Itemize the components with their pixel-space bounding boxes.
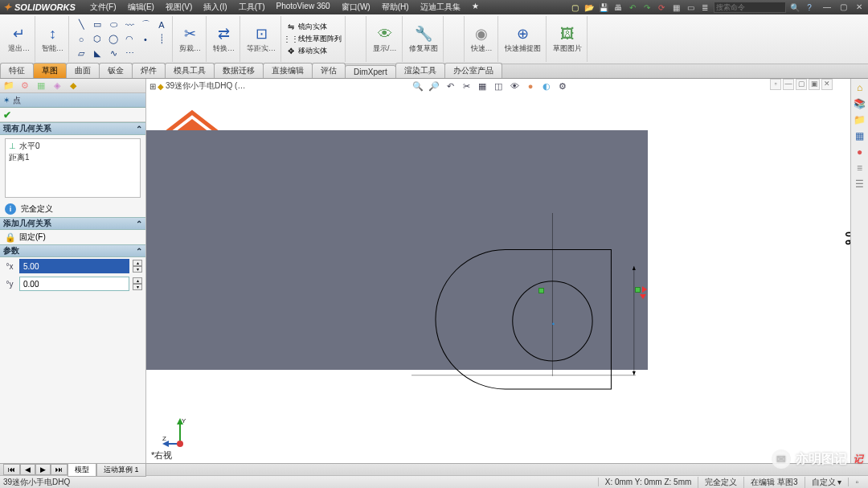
section-existing-relations[interactable]: 现有几何关系 ⌃ (0, 122, 145, 135)
document-tab[interactable]: ⊞ ◆ 39迷你小手电DHQ (… (149, 80, 245, 92)
rebuild-icon[interactable]: ⟳ (656, 2, 667, 13)
view-orient-icon[interactable]: ▦ (476, 80, 489, 92)
spin-down-icon[interactable]: ▾ (133, 266, 142, 273)
hide-show-icon[interactable]: 👁 (508, 80, 521, 92)
more-icon[interactable]: ≣ (699, 2, 710, 13)
trim-button[interactable]: ✂ 剪裁… (174, 16, 207, 62)
section-add-relations[interactable]: 添加几何关系 ⌃ (0, 217, 145, 230)
tab-sketch[interactable]: 草图 (33, 63, 67, 78)
open-icon[interactable]: 📂 (583, 2, 595, 13)
tab-render[interactable]: 渲染工具 (395, 63, 445, 78)
tab-weldment[interactable]: 焊件 (132, 63, 166, 78)
print-icon[interactable]: 🖶 (612, 2, 624, 13)
param-y-spinner[interactable]: ▴▾ (133, 277, 142, 290)
menu-maidi[interactable]: 迈迪工具集 (416, 2, 465, 13)
text-tool-icon[interactable]: A (154, 18, 169, 31)
screen-icon[interactable]: ▭ (685, 2, 696, 13)
smart-dimension-button[interactable]: ↕ 智能… (37, 16, 69, 62)
menu-star[interactable]: ★ (467, 2, 484, 13)
undo-icon[interactable]: ↶ (627, 2, 638, 13)
misc-tool-icon[interactable]: ⋯ (122, 47, 137, 60)
section-parameters[interactable]: 参数 ⌃ (0, 244, 145, 257)
config-manager-icon[interactable]: ▦ (34, 80, 48, 92)
tab-sheetmetal[interactable]: 钣金 (99, 63, 133, 78)
snap-button[interactable]: ⊕ 快速捕捉图 (500, 16, 547, 62)
maximize-icon[interactable]: ▢ (837, 2, 849, 12)
help-icon[interactable]: ? (804, 2, 815, 13)
param-x-input[interactable] (19, 259, 129, 273)
spin-up-icon[interactable]: ▴ (133, 277, 142, 284)
tab-datamigration[interactable]: 数据迁移 (214, 63, 264, 78)
line-tool-icon[interactable]: ╲ (74, 18, 88, 31)
file-explorer-icon[interactable]: 📁 (853, 113, 867, 127)
convert-button[interactable]: ⇄ 转换… (208, 16, 240, 62)
repair-button[interactable]: 🔧 修复草图 (404, 16, 444, 62)
save-icon[interactable]: 💾 (598, 2, 609, 13)
resources-icon[interactable]: ⌂ (853, 80, 867, 95)
curve-tool-icon[interactable]: ∿ (106, 47, 121, 60)
design-library-icon[interactable]: 📚 (853, 96, 867, 111)
chamfer-tool-icon[interactable]: ◣ (90, 47, 104, 60)
close-icon[interactable]: ✕ (854, 2, 865, 12)
spline-tool-icon[interactable]: 〰 (122, 18, 137, 31)
options-icon[interactable]: ▦ (670, 2, 682, 13)
move-button[interactable]: ✥移动实体 (286, 46, 342, 56)
display-button[interactable]: 👁 显示/… (368, 16, 403, 62)
status-unit-icon[interactable]: ▫ (848, 478, 865, 486)
status-custom[interactable]: 自定义 ▾ (805, 477, 849, 488)
view-palette-icon[interactable]: ▦ (853, 129, 867, 143)
feature-tree-icon[interactable]: 📁 (2, 80, 16, 92)
tab-model[interactable]: 模型 (68, 463, 96, 477)
redo-icon[interactable]: ↷ (641, 2, 653, 13)
slot-tool-icon[interactable]: ⬭ (106, 18, 121, 31)
fix-relation-button[interactable]: 🔒 固定(F) (0, 230, 145, 244)
centerline-tool-icon[interactable]: ┊ (154, 33, 169, 46)
custom-props-icon[interactable]: ≡ (853, 161, 867, 175)
zoom-fit-icon[interactable]: 🔍 (411, 80, 424, 92)
ellipse-tool-icon[interactable]: ◯ (106, 33, 121, 46)
property-manager-icon[interactable]: ⚙ (18, 80, 32, 92)
circle-tool-icon[interactable]: ○ (74, 33, 88, 46)
menu-help[interactable]: 帮助(H) (377, 2, 414, 13)
tab-dimxpert[interactable]: DimXpert (345, 65, 396, 78)
mirror-button[interactable]: ⇋镜向实体 (286, 22, 342, 32)
menu-edit[interactable]: 编辑(E) (123, 2, 159, 13)
menu-view[interactable]: 视图(V) (161, 2, 197, 13)
spin-down-icon[interactable]: ▾ (133, 284, 142, 290)
new-icon[interactable]: ▢ (569, 2, 580, 13)
tab-prev-icon[interactable]: ◀ (20, 464, 35, 475)
quick-button[interactable]: ◉ 快速… (466, 16, 498, 62)
param-y-input[interactable] (19, 277, 129, 291)
plane-tool-icon[interactable]: ▱ (74, 47, 88, 60)
forum-icon[interactable]: ☰ (853, 177, 867, 191)
tab-features[interactable]: 特征 (0, 63, 34, 78)
prev-view-icon[interactable]: ↶ (444, 80, 457, 92)
scene-icon[interactable]: ◐ (540, 80, 553, 92)
doc-min-icon[interactable]: — (783, 79, 794, 90)
arc-tool-icon[interactable]: ⌒ (138, 18, 153, 31)
linear-pattern-button[interactable]: ⋮⋮线性草图阵列 (286, 34, 342, 44)
tab-first-icon[interactable]: ⏮ (3, 464, 20, 475)
offset-button[interactable]: ⊡ 等距实… (242, 16, 281, 62)
point-tool-icon[interactable]: • (138, 33, 153, 46)
tab-motion1[interactable]: 运动算例 1 (96, 463, 146, 477)
relations-list[interactable]: ⊥水平0 距离1 (5, 138, 141, 198)
display-manager-icon[interactable]: ◆ (66, 80, 80, 92)
spin-up-icon[interactable]: ▴ (133, 260, 142, 266)
rect-tool-icon[interactable]: ▭ (90, 18, 104, 31)
picture-button[interactable]: 🖼 草图图片 (548, 16, 588, 62)
appearance-icon[interactable]: ● (524, 80, 537, 92)
section-view-icon[interactable]: ✂ (460, 80, 473, 92)
dimxpert-manager-icon[interactable]: ◈ (50, 80, 64, 92)
exit-sketch-button[interactable]: ↵ 退出… (3, 16, 35, 62)
doc-max-icon[interactable]: ▢ (796, 79, 807, 90)
menu-file[interactable]: 文件(F) (85, 2, 121, 13)
view-triad[interactable]: Y Z (162, 416, 198, 452)
view-settings-icon[interactable]: ⚙ (556, 80, 569, 92)
tab-last-icon[interactable]: ⏭ (51, 464, 68, 475)
search-input[interactable] (714, 2, 786, 13)
tab-next-icon[interactable]: ▶ (35, 464, 51, 475)
minimize-icon[interactable]: — (821, 2, 833, 12)
doc-close-icon[interactable]: ✕ (821, 79, 833, 90)
tab-mold[interactable]: 模具工具 (165, 63, 215, 78)
